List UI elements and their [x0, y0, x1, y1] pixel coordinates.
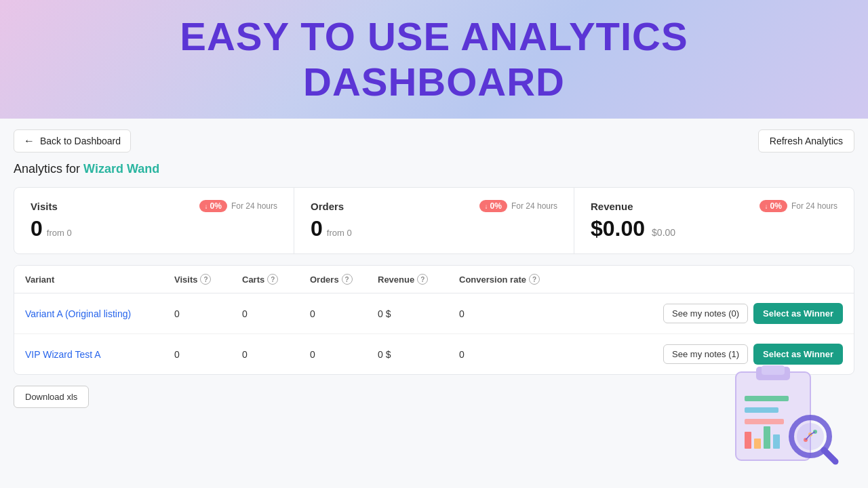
svg-rect-9 [773, 434, 780, 449]
conversion-help-icon: ? [529, 274, 540, 285]
visits-cell-0: 0 [174, 308, 242, 319]
visits-value: 0 from 0 [31, 216, 277, 241]
carts-cell-0: 0 [242, 308, 310, 319]
hero-banner: EASY TO USE ANALYTICS DASHBOARD [0, 0, 868, 119]
visits-cell-1: 0 [174, 349, 242, 360]
conversion-cell-1: 0 [459, 349, 568, 360]
top-bar: ← Back to Dashboard Refresh Analytics [14, 129, 854, 152]
orders-help-icon: ? [342, 274, 353, 285]
visits-badge: ↓ 0% [199, 200, 227, 212]
revenue-cell-0: 0 $ [378, 308, 459, 319]
orders-for-hours: For 24 hours [511, 201, 557, 211]
visits-stat-card: Visits ↓ 0% For 24 hours 0 from 0 [14, 188, 294, 253]
back-button-label: Back to Dashboard [40, 136, 121, 146]
carts-help-icon: ? [267, 274, 278, 285]
variant-link-0[interactable]: Variant A (Original listing) [25, 308, 174, 319]
orders-cell-0: 0 [310, 308, 378, 319]
visits-for-hours: For 24 hours [231, 201, 277, 211]
select-winner-button-0[interactable]: Select as Winner [753, 303, 843, 324]
revenue-stat-header: Revenue ↓ 0% For 24 hours [591, 200, 837, 212]
orders-stat-header: Orders ↓ 0% For 24 hours [311, 200, 557, 212]
revenue-cell-1: 0 $ [378, 349, 459, 360]
product-name: Wizard Wand [83, 162, 159, 176]
clipboard-illustration [719, 359, 841, 467]
back-to-dashboard-button[interactable]: ← Back to Dashboard [14, 129, 131, 152]
revenue-value: $0.00 $0.00 [591, 216, 837, 241]
orders-cell-1: 0 [310, 349, 378, 360]
table-row: Variant A (Original listing) 0 0 0 0 $ 0… [14, 293, 854, 334]
table-header: Variant Visits ? Carts ? Orders ? Revenu… [14, 266, 854, 293]
svg-line-12 [824, 450, 835, 462]
col-orders: Orders ? [310, 274, 378, 285]
revenue-badge: ↓ 0% [760, 200, 787, 212]
orders-label: Orders [311, 201, 344, 212]
revenue-label: Revenue [591, 201, 633, 212]
col-conversion: Conversion rate ? [459, 274, 568, 285]
col-visits: Visits ? [174, 274, 242, 285]
main-content: ← Back to Dashboard Refresh Analytics An… [0, 119, 868, 488]
conversion-cell-0: 0 [459, 308, 568, 319]
svg-rect-6 [745, 432, 751, 449]
svg-rect-7 [754, 439, 761, 449]
orders-stat-card: Orders ↓ 0% For 24 hours 0 from 0 [294, 188, 574, 253]
svg-rect-8 [764, 426, 770, 449]
col-revenue: Revenue ? [378, 274, 459, 285]
svg-rect-4 [745, 407, 778, 413]
svg-rect-3 [745, 396, 789, 401]
variant-link-1[interactable]: VIP Wizard Test A [25, 349, 174, 360]
col-variant: Variant [25, 274, 174, 285]
col-carts: Carts ? [242, 274, 310, 285]
visits-meta: ↓ 0% For 24 hours [199, 200, 277, 212]
visits-label: Visits [31, 201, 58, 212]
revenue-help-icon: ? [417, 274, 428, 285]
orders-meta: ↓ 0% For 24 hours [479, 200, 557, 212]
svg-rect-5 [745, 419, 784, 424]
visits-from-label: from 0 [47, 228, 72, 238]
orders-value: 0 from 0 [311, 216, 557, 241]
orders-down-arrow-icon: ↓ [485, 203, 488, 210]
visits-down-arrow-icon: ↓ [205, 203, 208, 210]
carts-cell-1: 0 [242, 349, 310, 360]
download-xls-button[interactable]: Download xls [14, 386, 89, 408]
see-notes-button-0[interactable]: See my notes (0) [663, 304, 748, 323]
bottom-area: Download xls [14, 386, 854, 467]
analytics-title: Analytics for Wizard Wand [14, 162, 854, 176]
visits-help-icon: ? [200, 274, 211, 285]
orders-badge: ↓ 0% [479, 200, 507, 212]
revenue-secondary: $0.00 [652, 227, 675, 238]
revenue-down-arrow-icon: ↓ [765, 203, 768, 210]
revenue-stat-card: Revenue ↓ 0% For 24 hours $0.00 $0.00 [574, 188, 854, 253]
svg-rect-2 [762, 365, 785, 375]
col-actions [568, 274, 843, 285]
refresh-analytics-button[interactable]: Refresh Analytics [758, 129, 854, 152]
visits-stat-header: Visits ↓ 0% For 24 hours [31, 200, 277, 212]
hero-title: EASY TO USE ANALYTICS DASHBOARD [180, 14, 688, 104]
revenue-for-hours: For 24 hours [791, 201, 837, 211]
revenue-meta: ↓ 0% For 24 hours [760, 200, 837, 212]
stats-row: Visits ↓ 0% For 24 hours 0 from 0 Orders [14, 187, 854, 254]
row-actions-0: See my notes (0) Select as Winner [568, 303, 843, 324]
back-arrow-icon: ← [24, 135, 35, 147]
orders-from-label: from 0 [327, 228, 352, 238]
